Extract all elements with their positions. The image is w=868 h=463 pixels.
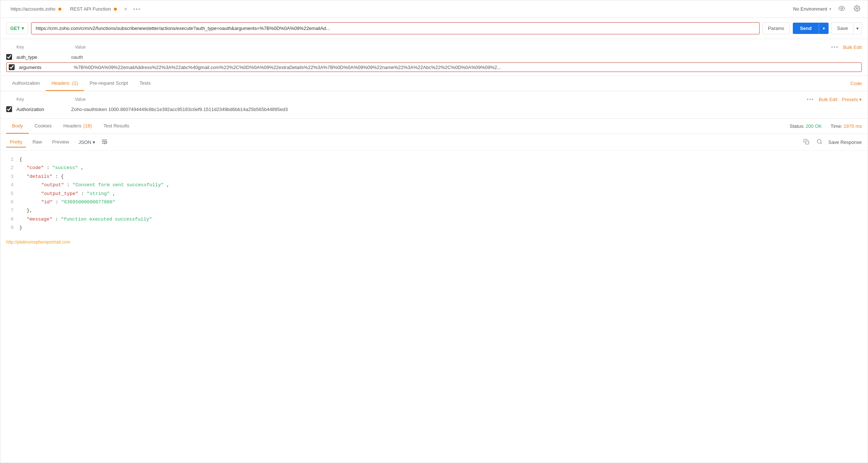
header-checkbox-authorization[interactable]	[6, 106, 12, 112]
method-label: GET	[10, 26, 20, 31]
save-response-button[interactable]: Save Response	[828, 139, 862, 145]
body-format-bar: Pretty Raw Preview JSON ▾ Save Response	[0, 134, 868, 151]
headers-section: Key Value ••• Bulk Edit Presets ▾ Author…	[0, 91, 868, 119]
tab-url-text: https://accounts.zoho	[11, 6, 55, 12]
resp-tab-cookies[interactable]: Cookies	[29, 119, 58, 134]
headers-actions: ••• Bulk Edit Presets ▾	[807, 96, 862, 102]
params-actions: ••• Bulk Edit	[831, 44, 862, 50]
params-bulk-edit-button[interactable]: Bulk Edit	[843, 45, 862, 50]
param-key-arguments: arguments	[19, 65, 74, 70]
method-selector[interactable]: GET ▾	[6, 22, 28, 34]
eye-icon-button[interactable]	[837, 4, 846, 15]
top-bar-right: No Environment ▾	[793, 4, 862, 15]
param-value-auth-type: oauth	[71, 54, 862, 60]
header-value-authorization: Zoho-oauthtoken 1000.8607494449c8bc1e392…	[71, 107, 862, 112]
headers-presets-button[interactable]: Presets ▾	[842, 97, 862, 102]
json-line-8: 8 "message" : "function executed success…	[6, 215, 862, 223]
param-row-auth-type: auth_type oauth	[6, 52, 862, 62]
headers-badge: (1)	[72, 80, 78, 86]
method-chevron-icon: ▾	[22, 26, 24, 31]
json-line-3: 3 "details" : {	[6, 172, 862, 181]
search-icon-button[interactable]	[815, 137, 824, 148]
json-line-5: 5 "output_type" : "string" ,	[6, 190, 862, 198]
param-checkbox-auth-type[interactable]	[6, 54, 12, 60]
save-dropdown-button[interactable]: ▾	[853, 22, 862, 34]
fmt-preview-button[interactable]: Preview	[49, 137, 73, 148]
header-key-authorization: Authorization	[16, 107, 71, 112]
tab-headers[interactable]: Headers (1)	[46, 76, 84, 91]
top-bar: https://accounts.zoho REST API Function …	[0, 0, 868, 18]
time-value: 1970 ms	[844, 123, 862, 129]
copy-icon-button[interactable]	[802, 137, 811, 148]
svg-rect-4	[806, 141, 809, 144]
response-tabs-bar: Body Cookies Headers (18) Test Results S…	[0, 119, 868, 134]
request-tabs-section: Authorization Headers (1) Pre-request Sc…	[0, 76, 868, 91]
more-tabs-button[interactable]: •••	[130, 4, 144, 14]
tab-dot-1	[58, 8, 61, 11]
params-key-header: Key	[16, 45, 75, 50]
svg-point-1	[856, 7, 858, 9]
param-checkbox-arguments[interactable]	[9, 64, 15, 70]
headers-dots-icon[interactable]: •••	[807, 96, 814, 102]
status-label: Status: 200 OK	[790, 123, 822, 129]
resp-headers-badge: (18)	[83, 123, 92, 129]
format-selector[interactable]: JSON ▾	[76, 137, 98, 147]
send-dropdown-button[interactable]: ▾	[819, 23, 829, 34]
tab-pre-request-script[interactable]: Pre-request Script	[84, 76, 134, 91]
fmt-pretty-button[interactable]: Pretty	[6, 137, 26, 148]
request-bar: GET ▾ Params Send ▾ Save ▾	[0, 18, 868, 39]
add-tab-button[interactable]: +	[121, 4, 130, 15]
code-link[interactable]: Code	[850, 76, 862, 91]
params-header: Key Value ••• Bulk Edit	[6, 42, 862, 52]
param-row-arguments: arguments %7B%0D%0A%09%22emailAddress%22…	[6, 62, 862, 72]
response-status: Status: 200 OK Time: 1970 ms	[790, 123, 862, 129]
tab-label: REST API Function	[70, 6, 111, 12]
settings-icon-button[interactable]	[852, 4, 862, 15]
environment-selector[interactable]: No Environment ▾	[793, 6, 831, 12]
svg-point-0	[841, 7, 843, 9]
save-button[interactable]: Save	[831, 22, 853, 34]
tab-authorization[interactable]: Authorization	[6, 76, 46, 91]
json-line-1: 1 {	[6, 155, 862, 164]
params-value-header: Value	[75, 45, 831, 50]
send-button[interactable]: Send	[793, 23, 819, 34]
headers-header: Key Value ••• Bulk Edit Presets ▾	[6, 94, 862, 104]
params-dots-icon[interactable]: •••	[831, 44, 839, 50]
param-value-arguments: %7B%0D%0A%09%22emailAddress%22%3A%22abc%…	[74, 65, 859, 70]
format-chevron-icon: ▾	[93, 139, 95, 145]
tab-rest-api[interactable]: REST API Function	[66, 4, 121, 14]
tab-accounts[interactable]: https://accounts.zoho	[6, 4, 66, 14]
headers-key-header: Key	[16, 97, 75, 102]
env-label: No Environment	[793, 6, 827, 12]
footer[interactable]: http://platinumsphereportrait.com	[0, 237, 868, 248]
params-section: Key Value ••• Bulk Edit auth_type oauth …	[0, 39, 868, 76]
json-line-6: 6 "id" : "63095000000077006"	[6, 198, 862, 206]
json-body: 1 { 2 "code" : "success" , 3 "details" :…	[0, 151, 868, 237]
body-icons: Save Response	[802, 137, 862, 148]
headers-bulk-edit-button[interactable]: Bulk Edit	[819, 97, 837, 102]
save-btn-group: Save ▾	[831, 22, 862, 34]
format-label: JSON	[78, 139, 91, 145]
headers-value-header: Value	[75, 97, 807, 102]
time-label: Time: 1970 ms	[830, 123, 862, 129]
json-line-4: 4 "output" : "Consent form sent successf…	[6, 181, 862, 189]
url-input[interactable]	[31, 22, 760, 34]
tab-tests[interactable]: Tests	[134, 76, 156, 91]
resp-tab-headers[interactable]: Headers (18)	[58, 119, 98, 134]
status-value: 200 OK	[806, 123, 822, 129]
json-line-9: 9 }	[6, 223, 862, 232]
resp-tab-body[interactable]: Body	[6, 119, 29, 134]
params-button[interactable]: Params	[763, 22, 790, 34]
fmt-raw-button[interactable]: Raw	[29, 137, 46, 148]
svg-point-5	[817, 139, 821, 144]
tab-dot-2	[114, 8, 117, 11]
env-chevron-icon: ▾	[829, 7, 831, 11]
request-tabs-bar: Authorization Headers (1) Pre-request Sc…	[0, 76, 868, 91]
wrap-icon[interactable]	[101, 138, 108, 146]
footer-link[interactable]: http://platinumsphereportrait.com	[6, 240, 70, 245]
send-btn-group: Send ▾	[793, 23, 829, 34]
json-line-7: 7 },	[6, 206, 862, 215]
resp-tab-test-results[interactable]: Test Results	[97, 119, 135, 134]
svg-line-6	[821, 143, 822, 144]
header-row-authorization: Authorization Zoho-oauthtoken 1000.86074…	[6, 104, 862, 114]
